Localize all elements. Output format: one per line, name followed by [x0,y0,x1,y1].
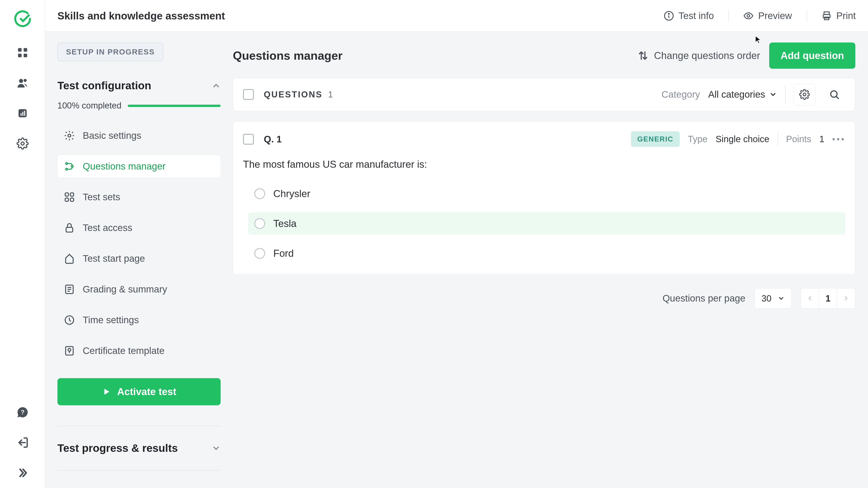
per-page-label: Questions per page [662,293,745,304]
sidebar-item-time-settings[interactable]: Time settings [57,308,221,332]
answer-text: Tesla [273,218,297,229]
svg-point-31 [68,348,71,352]
chevron-down-icon [212,444,221,453]
divider [57,426,221,426]
nav-rail: ? [0,0,45,488]
test-info-button[interactable]: Test info [664,10,714,21]
sidebar-item-basic-settings[interactable]: Basic settings [57,124,221,147]
svg-rect-24 [70,193,74,196]
chevron-right-icon [843,295,849,302]
question-points-label: Points [786,134,811,144]
sidebar-item-label: Test access [83,222,132,233]
questions-count-value: 1 [328,90,334,99]
sidebar-item-label: Basic settings [83,130,141,141]
svg-rect-25 [65,198,68,202]
lock-icon [64,222,75,234]
svg-rect-8 [22,112,23,116]
category-filter-value: All categories [708,89,765,100]
users-icon[interactable] [17,77,29,89]
answer-option[interactable]: Tesla [248,212,845,235]
completion-label: 100% completed [57,101,121,111]
svg-point-14 [669,13,669,14]
sidebar-item-test-sets[interactable]: Test sets [57,186,221,209]
svg-rect-3 [24,54,27,57]
gear-icon [799,89,810,100]
questions-count: QUESTIONS 1 [264,90,334,99]
page-title: Skills and knowledge assessment [57,10,225,22]
svg-rect-0 [18,48,22,52]
radio-icon [254,218,265,229]
svg-point-32 [803,93,806,96]
grid-icon [64,191,75,203]
question-more-menu[interactable] [833,138,845,140]
search-icon [829,89,840,100]
svg-point-5 [24,79,27,82]
logout-icon[interactable] [17,436,29,449]
select-all-checkbox[interactable] [243,89,254,100]
change-questions-order-button[interactable]: Change questions order [638,50,760,61]
section-label: Test progress & results [57,442,178,454]
question-type-value: Single choice [716,134,770,144]
sidebar-item-grading-summary[interactable]: Grading & summary [57,278,221,301]
sort-arrows-icon [638,50,649,61]
svg-point-15 [747,14,750,17]
sidebar-item-test-access[interactable]: Test access [57,216,221,239]
activate-test-button[interactable]: Activate test [57,378,221,405]
questions-toolbar: QUESTIONS 1 Category All categories [233,78,855,111]
question-number: Q. 1 [264,134,282,145]
completion-progress: 100% completed [57,101,221,111]
prev-page-button[interactable] [801,295,819,302]
test-results-section-toggle[interactable]: Test progress & results [57,442,221,454]
svg-rect-2 [18,54,22,57]
questions-count-label: QUESTIONS [264,90,322,99]
svg-rect-27 [66,227,72,232]
answer-text: Ford [273,248,293,259]
svg-rect-26 [70,198,74,202]
answer-option[interactable]: Chrysler [248,183,845,205]
sidebar-item-questions-manager[interactable]: Questions manager [57,155,221,178]
answer-text: Chrysler [273,188,310,200]
dashboard-icon[interactable] [17,47,29,59]
divider [57,470,221,470]
separator [778,132,778,146]
config-sidebar: SETUP IN PROGRESS Test configuration 100… [45,32,233,488]
answer-option[interactable]: Ford [248,242,845,265]
section-label: Test configuration [57,79,151,92]
svg-point-19 [68,134,71,137]
chevron-down-icon [769,91,777,98]
question-text: The most famous US car manufacturer is: [243,159,845,170]
sidebar-item-label: Test sets [83,192,120,203]
svg-point-4 [19,79,23,83]
home-icon [64,253,75,264]
next-page-button[interactable] [837,295,855,302]
table-settings-button[interactable] [794,84,815,105]
separator [807,10,807,22]
help-icon[interactable]: ? [17,406,29,418]
setup-status-badge: SETUP IN PROGRESS [57,42,163,61]
settings-icon[interactable] [17,138,29,150]
reports-icon[interactable] [17,107,29,119]
page-control: 1 [801,288,855,308]
svg-text:?: ? [21,409,24,416]
question-category-tag: GENERIC [631,131,680,147]
print-label: Print [836,10,856,21]
search-button[interactable] [824,84,845,105]
sidebar-item-certificate-template[interactable]: Certificate template [57,339,221,362]
svg-point-10 [21,142,24,145]
test-configuration-section-toggle[interactable]: Test configuration [57,79,221,92]
question-card: Q. 1 GENERIC Type Single choice Points 1… [233,121,855,275]
category-filter-select[interactable]: All categories [708,89,777,100]
print-button[interactable]: Print [822,10,856,21]
test-info-label: Test info [679,10,714,21]
per-page-select[interactable]: 30 [754,288,792,308]
sidebar-item-test-start-page[interactable]: Test start page [57,247,221,270]
chevron-up-icon [212,81,221,90]
chevron-left-icon [807,295,813,302]
sidebar-item-label: Grading & summary [83,284,167,295]
preview-button[interactable]: Preview [743,10,792,21]
add-question-button[interactable]: Add question [769,42,855,69]
expand-sidebar-icon[interactable] [17,467,29,479]
question-type-label: Type [688,134,708,144]
select-question-checkbox[interactable] [243,134,254,145]
svg-rect-7 [21,113,22,116]
